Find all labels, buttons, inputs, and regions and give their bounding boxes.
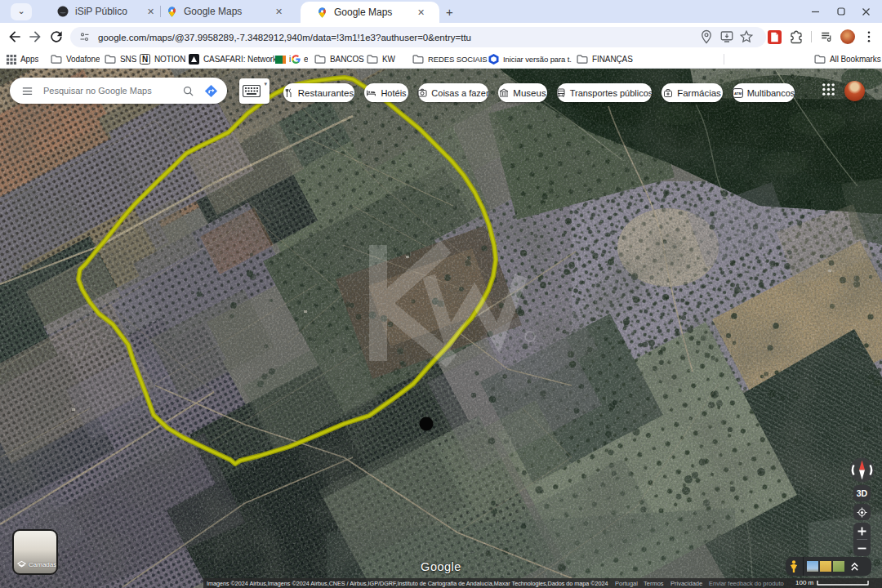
svg-text:ATM: ATM [734,91,742,95]
svg-text:N: N [142,55,148,64]
